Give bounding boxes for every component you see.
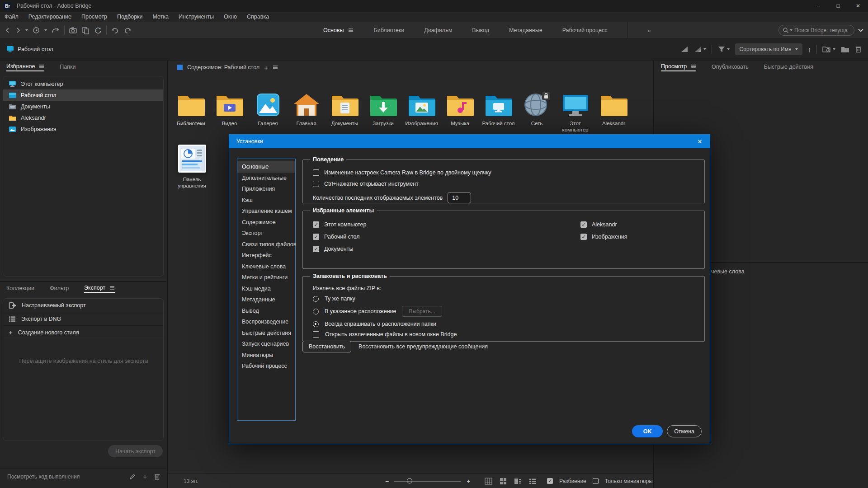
choose-location-button[interactable]: Выбрать... bbox=[402, 306, 442, 317]
prefs-nav-item[interactable]: Экспорт bbox=[237, 228, 295, 239]
list-view-icon[interactable] bbox=[529, 478, 536, 484]
ok-button[interactable]: OK bbox=[632, 425, 663, 437]
menu-help[interactable]: Справка bbox=[247, 14, 269, 20]
prefs-nav-item[interactable]: Метаданные bbox=[237, 294, 295, 305]
menu-stacks[interactable]: Подборки bbox=[117, 14, 142, 20]
history-dropdown-icon[interactable] bbox=[44, 29, 47, 31]
workspace-tab-metadata[interactable]: Метаданные bbox=[509, 27, 542, 33]
menu-tools[interactable]: Инструменты bbox=[179, 14, 214, 20]
quality-ramp-icon[interactable] bbox=[694, 46, 706, 53]
tab-preview[interactable]: Просмотр bbox=[661, 63, 696, 71]
folder-tile[interactable]: Видео bbox=[210, 77, 249, 133]
prefs-nav-item[interactable]: Дополнительные bbox=[237, 173, 295, 184]
fav-desktop-checkbox[interactable] bbox=[313, 234, 319, 240]
recent-items-input[interactable] bbox=[448, 192, 471, 203]
tab-folders[interactable]: Папки bbox=[60, 64, 75, 71]
workspace-tab-filmstrip[interactable]: Диафильм bbox=[424, 27, 452, 33]
thumbnails-only-checkbox[interactable] bbox=[593, 478, 599, 484]
tab-keywords-partial[interactable]: чевые слова bbox=[711, 268, 745, 275]
zoom-in-icon[interactable]: + bbox=[467, 478, 470, 485]
refresh-icon[interactable] bbox=[94, 27, 102, 34]
prefs-nav-item[interactable]: Основные bbox=[237, 161, 295, 173]
filter-icon[interactable] bbox=[717, 46, 730, 53]
panel-menu-icon[interactable] bbox=[691, 64, 696, 69]
close-button[interactable]: ✕ bbox=[848, 0, 868, 12]
forward-icon[interactable] bbox=[15, 27, 21, 34]
menu-file[interactable]: Файл bbox=[5, 14, 19, 20]
prefs-nav-item[interactable]: Метки и рейтинги bbox=[237, 272, 295, 283]
folder-tile[interactable]: Изображения bbox=[402, 77, 441, 133]
prefs-nav-item[interactable]: Управление кэшем bbox=[237, 206, 295, 217]
edit-icon[interactable] bbox=[129, 474, 136, 480]
menu-view[interactable]: Просмотр bbox=[81, 14, 107, 20]
tab-favorites[interactable]: Избранное bbox=[6, 63, 44, 71]
content-add-icon[interactable]: + bbox=[264, 64, 268, 71]
workspace-menu-icon[interactable] bbox=[348, 28, 354, 33]
camera-raw-checkbox[interactable] bbox=[313, 169, 319, 176]
open-extracted-checkbox[interactable] bbox=[313, 331, 319, 338]
content-menu-icon[interactable] bbox=[273, 65, 278, 70]
folder-tile[interactable]: Библиотеки bbox=[172, 77, 210, 133]
trash-icon[interactable] bbox=[154, 474, 160, 480]
panel-menu-icon[interactable] bbox=[39, 64, 44, 69]
dialog-title-bar[interactable]: Установки ✕ bbox=[229, 135, 710, 148]
workspace-tab-output[interactable]: Вывод bbox=[472, 27, 489, 33]
favorites-item[interactable]: Этот компьютер bbox=[3, 78, 163, 89]
prefs-nav-item[interactable]: Воспроизведение bbox=[237, 316, 295, 328]
folder-tile[interactable]: Aleksandr bbox=[594, 77, 633, 133]
maximize-button[interactable]: □ bbox=[828, 0, 848, 12]
zoom-out-icon[interactable]: − bbox=[385, 478, 389, 485]
new-folder-icon[interactable] bbox=[841, 46, 849, 53]
always-ask-radio[interactable] bbox=[313, 321, 319, 327]
menu-label[interactable]: Метка bbox=[153, 14, 169, 20]
sort-ascending-icon[interactable]: ↑ bbox=[808, 46, 811, 53]
menu-edit[interactable]: Редактирование bbox=[28, 14, 71, 20]
prefs-nav-item[interactable]: Кэш bbox=[237, 195, 295, 206]
thumbnail-size-slider[interactable] bbox=[394, 481, 461, 482]
folder-tile[interactable]: Сеть bbox=[518, 77, 556, 133]
prefs-nav-item[interactable]: Запуск сценариев bbox=[237, 338, 295, 350]
prefs-nav-item[interactable]: Вывод bbox=[237, 305, 295, 317]
tab-publish[interactable]: Опубликовать bbox=[712, 64, 749, 71]
add-icon[interactable]: + bbox=[143, 473, 147, 480]
undo-icon[interactable] bbox=[111, 27, 119, 34]
prefs-nav-item[interactable]: Рабочий процесс bbox=[237, 361, 295, 372]
search-expand-icon[interactable] bbox=[858, 28, 863, 32]
slider-knob[interactable] bbox=[407, 478, 412, 483]
details-view-icon[interactable] bbox=[514, 478, 522, 484]
back-icon[interactable] bbox=[5, 27, 11, 34]
recent-folders-icon[interactable] bbox=[822, 46, 835, 53]
prefs-nav-item[interactable]: Быстрые действия bbox=[237, 328, 295, 339]
folder-tile[interactable]: Музыка bbox=[441, 77, 479, 133]
folder-tile[interactable]: Панель управления bbox=[173, 145, 211, 189]
menu-window[interactable]: Окно bbox=[224, 14, 237, 20]
favorites-item[interactable]: Изображения bbox=[3, 123, 163, 135]
boomerang-icon[interactable] bbox=[51, 27, 60, 34]
dialog-close-button[interactable]: ✕ bbox=[690, 135, 710, 148]
workspace-tab-essentials[interactable]: Основы bbox=[323, 27, 344, 33]
delete-icon[interactable] bbox=[855, 46, 862, 53]
folder-tile[interactable]: Загрузки bbox=[364, 77, 402, 133]
fav-aleksandr-checkbox[interactable] bbox=[580, 221, 587, 228]
search-scope-dropdown-icon[interactable] bbox=[790, 29, 793, 31]
restore-warnings-button[interactable]: Восстановить bbox=[302, 341, 351, 352]
folder-tile[interactable]: Главная bbox=[287, 77, 326, 133]
prefs-nav-item[interactable]: Интерфейс bbox=[237, 250, 295, 261]
favorites-item[interactable]: Документы bbox=[3, 101, 163, 112]
redo-icon[interactable] bbox=[123, 27, 132, 34]
tab-collections[interactable]: Коллекции bbox=[6, 285, 34, 292]
tab-filter[interactable]: Фильтр bbox=[50, 285, 69, 292]
prefs-nav-item[interactable]: Приложения bbox=[237, 183, 295, 195]
folder-tile[interactable]: Документы bbox=[326, 77, 364, 133]
history-icon[interactable] bbox=[32, 26, 40, 34]
fav-documents-checkbox[interactable] bbox=[313, 246, 319, 252]
favorites-item[interactable]: Aleksandr bbox=[3, 112, 163, 123]
export-item-dng[interactable]: Экспорт в DNG bbox=[3, 312, 163, 326]
favorites-item-selected[interactable]: Рабочий стол bbox=[3, 89, 163, 101]
same-folder-radio[interactable] bbox=[313, 296, 319, 302]
prefs-nav-item[interactable]: Кэш медиа bbox=[237, 283, 295, 295]
current-location[interactable]: Рабочий стол bbox=[18, 46, 53, 52]
fav-computer-checkbox[interactable] bbox=[313, 221, 319, 228]
grid-lock-icon[interactable] bbox=[485, 478, 492, 485]
prefs-nav-item[interactable]: Миниатюры bbox=[237, 350, 295, 361]
